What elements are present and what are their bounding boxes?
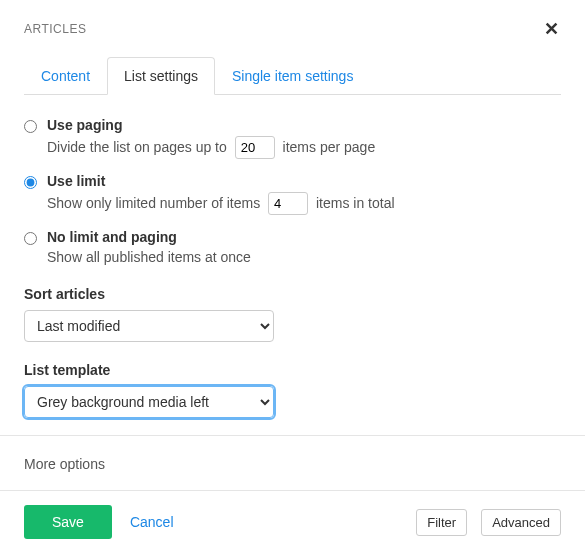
more-options-section[interactable]: More options — [0, 435, 585, 490]
template-field: List template Grey background media left — [24, 362, 561, 418]
advanced-button[interactable]: Advanced — [481, 509, 561, 536]
paging-radio-group: Use paging Divide the list on pages up t… — [24, 117, 561, 268]
use-limit-radio[interactable] — [24, 176, 37, 189]
footer-left: Save Cancel — [24, 505, 174, 539]
footer-right: Filter Advanced — [416, 509, 561, 536]
template-label: List template — [24, 362, 561, 378]
no-limit-option: No limit and paging Show all published i… — [24, 229, 561, 268]
filter-button[interactable]: Filter — [416, 509, 467, 536]
use-limit-option: Use limit Show only limited number of it… — [24, 173, 561, 215]
use-limit-desc: Show only limited number of items items … — [47, 195, 395, 211]
no-limit-label: No limit and paging — [47, 229, 561, 245]
more-options-label: More options — [24, 456, 105, 472]
use-paging-label: Use paging — [47, 117, 561, 133]
sort-select[interactable]: Last modified — [24, 310, 274, 342]
sort-label: Sort articles — [24, 286, 561, 302]
settings-panel: ARTICLES ✕ Content List settings Single … — [0, 0, 585, 418]
tabs: Content List settings Single item settin… — [24, 56, 561, 95]
items-per-page-input[interactable] — [235, 136, 275, 159]
close-icon[interactable]: ✕ — [542, 18, 561, 40]
tab-single-item-settings[interactable]: Single item settings — [215, 57, 370, 95]
save-button[interactable]: Save — [24, 505, 112, 539]
use-paging-desc: Divide the list on pages up to items per… — [47, 139, 375, 155]
panel-header: ARTICLES ✕ — [24, 18, 561, 40]
tab-list-settings[interactable]: List settings — [107, 57, 215, 95]
no-limit-desc: Show all published items at once — [47, 249, 251, 265]
template-select[interactable]: Grey background media left — [24, 386, 274, 418]
use-paging-option: Use paging Divide the list on pages up t… — [24, 117, 561, 159]
use-paging-radio[interactable] — [24, 120, 37, 133]
items-total-input[interactable] — [268, 192, 308, 215]
sort-field: Sort articles Last modified — [24, 286, 561, 342]
no-limit-radio[interactable] — [24, 232, 37, 245]
cancel-link[interactable]: Cancel — [130, 514, 174, 530]
panel-footer: Save Cancel Filter Advanced — [0, 490, 585, 553]
panel-bottom: More options Save Cancel Filter Advanced — [0, 435, 585, 553]
tab-content[interactable]: Content — [24, 57, 107, 95]
panel-title: ARTICLES — [24, 22, 86, 36]
use-limit-label: Use limit — [47, 173, 561, 189]
